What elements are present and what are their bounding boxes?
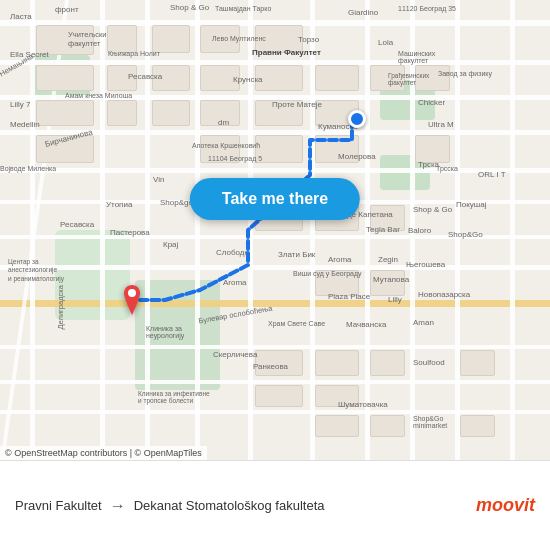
block-6: [36, 65, 94, 91]
road-h12: [0, 410, 550, 414]
block-16: [152, 100, 190, 126]
block-7: [107, 65, 137, 91]
block-17: [200, 100, 240, 126]
destination-marker: [120, 285, 144, 319]
road-h10: [0, 345, 550, 349]
map-container: Shop & Go Ласта фронт Ташмајдан Тарко Gi…: [0, 0, 550, 460]
block-18: [255, 100, 303, 126]
block-20: [36, 135, 94, 163]
moovit-logo: moovit: [476, 495, 535, 516]
block-14: [36, 100, 94, 126]
origin-label: Pravni Fakultet: [15, 498, 102, 513]
block-23: [315, 135, 359, 163]
block-28: [315, 270, 359, 296]
block-34: [315, 385, 359, 407]
road-h7: [0, 235, 550, 239]
road-h11: [0, 380, 550, 384]
road-h9: [0, 300, 550, 307]
block-29: [370, 270, 405, 296]
block-11: [315, 65, 359, 91]
arrow-icon: →: [110, 497, 126, 515]
road-h8: [0, 265, 550, 270]
block-22: [255, 135, 303, 163]
block-37: [460, 415, 495, 437]
block-32: [370, 350, 405, 376]
block-21: [200, 135, 240, 163]
block-3: [152, 25, 190, 53]
map-attribution: © OpenStreetMap contributors | © OpenMap…: [0, 446, 207, 460]
road-v9: [455, 0, 460, 460]
road-v2: [100, 0, 105, 460]
block-1: [36, 25, 94, 55]
road-v10: [510, 0, 515, 460]
block-2: [107, 25, 137, 53]
block-9: [200, 65, 240, 91]
block-4: [200, 25, 240, 53]
block-10: [255, 65, 303, 91]
block-35: [315, 415, 359, 437]
destination-label: Dekanat Stomatološkog fakulteta: [134, 498, 325, 513]
block-5: [255, 25, 303, 53]
road-v5: [248, 0, 253, 460]
block-15: [107, 100, 137, 126]
bottom-bar: Pravni Fakultet → Dekanat Stomatološkog …: [0, 460, 550, 550]
svg-point-0: [128, 289, 136, 297]
block-8: [152, 65, 190, 91]
block-31: [315, 350, 359, 376]
block-30: [255, 350, 303, 376]
block-36: [370, 415, 405, 437]
road-v3: [145, 0, 150, 460]
block-12: [370, 65, 405, 91]
block-13: [415, 65, 450, 91]
take-me-there-button[interactable]: Take me there: [190, 178, 360, 220]
road-h5: [0, 168, 550, 173]
block-38: [460, 350, 495, 376]
origin-marker: [348, 110, 366, 128]
block-33: [255, 385, 303, 407]
block-27: [370, 205, 405, 231]
block-24: [415, 135, 450, 163]
